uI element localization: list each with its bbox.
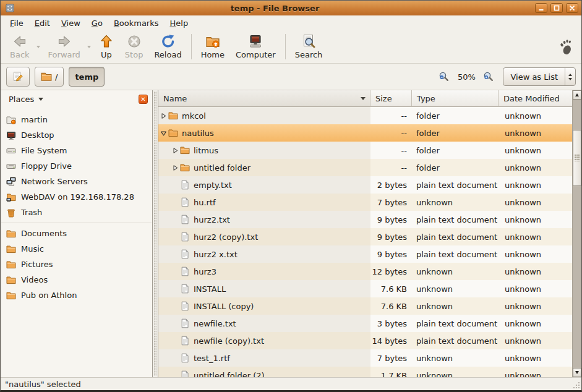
menu-go[interactable]: Go [86,17,108,30]
list-row[interactable]: nautilus--folderunknown [158,124,572,142]
sidebar-item-file-system[interactable]: File System [1,143,152,158]
file-list-rows: mkcol--folderunknownnautilus--folderunkn… [158,107,572,377]
toolbar: BackForwardUpStopReloadHomeComputerSearc… [1,30,581,64]
path-button-current[interactable]: temp [69,67,105,87]
sidebar-item-floppy-drive[interactable]: Floppy Drive [1,158,152,174]
expander-closed-icon[interactable] [160,112,168,119]
list-row[interactable]: newfile (copy).txt14 bytesplain text doc… [158,332,572,349]
list-row[interactable]: hurz312 bytesunknownunknown [158,263,572,280]
forward-label: Forward [48,50,80,59]
zoom-in-icon[interactable] [483,71,494,82]
maximize-button[interactable] [550,3,563,13]
list-row[interactable]: untitled folder--folderunknown [158,159,572,176]
computer-button[interactable]: Computer [231,33,281,61]
scrollbar-trough[interactable] [573,100,581,368]
expander-slot [171,268,179,275]
menu-file[interactable]: File [4,17,29,30]
list-row[interactable]: hurz2 x.txt9 bytesplain text documentunk… [158,245,572,263]
list-row[interactable]: hu.rtf7 bytesunknownunknown [158,194,572,211]
sidebar-item-webdav-on-192-168-178-28[interactable]: WebDAV on 192.168.178.28 [1,189,152,205]
name-cell: hu.rtf [158,194,370,211]
edit-location-button[interactable] [6,67,30,87]
desktop-icon [6,130,16,140]
column-header-type[interactable]: Type [412,90,499,107]
column-header-size[interactable]: Size [370,90,412,107]
sidebar-item-music[interactable]: Music [1,241,152,257]
menu-bookmarks[interactable]: Bookmarks [108,17,165,30]
list-row[interactable]: INSTALL (copy)7.6 KBunknownunknown [158,297,572,315]
vertical-scrollbar[interactable] [572,90,581,377]
places-label: Places [9,95,34,104]
toolbar-separator [191,34,192,59]
sidebar-close-button[interactable]: ✕ [139,95,148,104]
reload-button[interactable]: Reload [149,33,186,61]
places-selector[interactable]: Places [3,92,49,106]
search-button[interactable]: Search [290,33,328,61]
column-header-label: Type [417,94,435,103]
date-cell: unknown [499,349,572,367]
sidebar-item-label: martin [21,115,48,124]
date-cell: unknown [499,367,572,377]
sidebar-item-label: File System [21,146,67,155]
list-row[interactable]: hurz2 (copy).txt9 bytesplain text docume… [158,228,572,245]
statusbar: "nautilus" selected [1,377,581,390]
document-icon [180,249,190,259]
list-row[interactable]: test_1.rtf7 bytesunknownunknown [158,349,572,367]
scrollbar-grip [575,155,580,161]
resize-grip[interactable] [571,380,580,389]
scroll-up-button[interactable] [573,90,581,100]
name-cell: newfile.txt [158,315,370,332]
path-button-root[interactable]: / [35,67,64,87]
file-list-view: NameSizeTypeDate Modified mkcol--folderu… [158,90,581,377]
menu-view[interactable]: View [56,17,86,30]
minimize-button[interactable] [535,3,547,13]
titlebar[interactable]: temp - File Browser [1,1,581,15]
list-row[interactable]: empty.txt2 bytesplain text documentunkno… [158,176,572,194]
scroll-down-button[interactable] [573,368,581,377]
sidebar-item-desktop[interactable]: Desktop [1,127,152,143]
size-cell: 1.7 KB [370,367,412,377]
list-row[interactable]: hurz2.txt9 bytesplain text documentunkno… [158,211,572,228]
sidebar-item-martin[interactable]: martin [1,112,152,127]
list-row[interactable]: mkcol--folderunknown [158,107,572,124]
menu-help[interactable]: Help [165,17,194,30]
expander-closed-icon[interactable] [171,164,179,171]
sidebar-item-pictures[interactable]: Pictures [1,257,152,272]
column-header-name[interactable]: Name [158,90,370,107]
date-cell: unknown [499,142,572,159]
home-button[interactable]: Home [196,33,229,61]
menu-edit[interactable]: Edit [29,17,56,30]
column-header-label: Size [375,94,392,103]
file-name-label: empty.txt [194,181,232,190]
places-header: Places ✕ [1,90,152,108]
sidebar-item-label: Desktop [21,130,54,140]
folder-icon [180,163,190,173]
close-button[interactable] [566,3,578,13]
type-cell: unknown [412,280,499,297]
folder-icon [6,275,16,285]
sidebar-separator [1,223,152,223]
trash-icon [6,208,16,218]
list-row[interactable]: INSTALL7.6 KBunknownunknown [158,280,572,297]
size-cell: 12 bytes [370,263,412,280]
gnome-foot-throbber-icon [557,38,574,56]
pane-splitter[interactable] [153,90,158,377]
sidebar-item-pub-on-athlon[interactable]: Pub on Athlon [1,288,152,303]
folder-icon [180,145,190,155]
up-button[interactable]: Up [94,33,119,61]
view-as-selector[interactable]: View as List [503,67,576,86]
list-row[interactable]: litmus--folderunknown [158,142,572,159]
sidebar-item-trash[interactable]: Trash [1,205,152,220]
name-cell: empty.txt [158,176,370,194]
list-row[interactable]: newfile.txt3 bytesplain text documentunk… [158,315,572,332]
sidebar-item-videos[interactable]: Videos [1,272,152,288]
zoom-out-icon[interactable] [439,71,450,82]
expander-closed-icon[interactable] [171,147,179,154]
expander-open-icon[interactable] [160,129,168,137]
sidebar-item-documents[interactable]: Documents [1,226,152,241]
column-header-date-modified[interactable]: Date Modified [499,90,572,107]
list-row[interactable]: untitled folder (2)1.7 KBunknownunknown [158,367,572,377]
scrollbar-thumb[interactable] [573,130,581,186]
sidebar-item-network-servers[interactable]: Network Servers [1,174,152,189]
type-cell: plain text document [412,176,499,194]
